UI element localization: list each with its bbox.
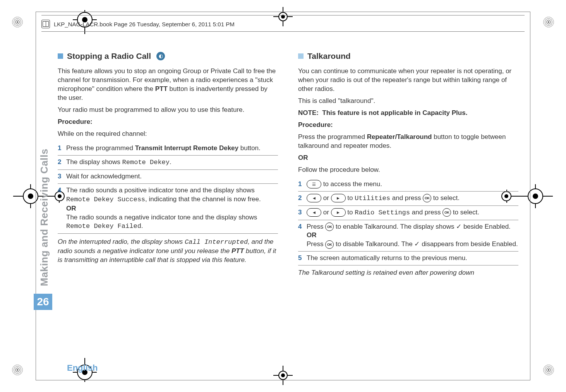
- intro-paragraph: You can continue to communicate when you…: [298, 67, 518, 94]
- crop-radial-icon: [9, 13, 26, 31]
- ok-key-icon: [325, 240, 334, 249]
- step-number: 4: [58, 186, 61, 195]
- post-note: The Talkaround setting is retained even …: [298, 269, 518, 277]
- procedure-steps: 1 to access the menu. 2 or to Utilities …: [298, 178, 518, 266]
- heading-text: Talkaround: [307, 51, 351, 62]
- right-column: Talkaround You can continue to communica…: [298, 51, 518, 358]
- feature-badge-icon: ◐: [156, 52, 165, 60]
- or-label: OR: [298, 154, 518, 163]
- ok-key-icon: [423, 194, 431, 202]
- procedure-label: Procedure:: [58, 118, 278, 127]
- menu-key-icon: [307, 180, 321, 188]
- heading-text: Stopping a Radio Call: [67, 51, 151, 62]
- step-number: 3: [298, 208, 302, 217]
- header-rule: [41, 15, 525, 15]
- right-key-icon: [331, 194, 346, 202]
- crop-radial-icon: [540, 361, 557, 379]
- step-item: 1 Press the programmed Transmit Interrup…: [58, 142, 278, 156]
- step-item: 3 Wait for acknowledgment.: [58, 170, 278, 184]
- ok-key-icon: [325, 223, 334, 231]
- intro-paragraph: This feature allows you to stop an ongoi…: [58, 67, 278, 103]
- book-icon: [41, 20, 50, 28]
- section-heading: Talkaround: [298, 51, 518, 62]
- right-key-icon: [331, 208, 346, 217]
- running-head-text: LKP_NAG-LACR.book Page 26 Tuesday, Septe…: [54, 21, 235, 27]
- spine-registration-icon: [30, 196, 31, 197]
- or-label: OR: [66, 205, 76, 212]
- ok-key-icon: [443, 208, 451, 217]
- step-item: 4 The radio sounds a positive indicator …: [58, 184, 278, 234]
- step-number: 2: [298, 194, 302, 203]
- step-item: 3 or to Radio Settings and press to sele…: [298, 206, 518, 220]
- post-note: On the interrupted radio, the display sh…: [58, 238, 278, 265]
- spine-registration-icon: [535, 196, 536, 197]
- intro-paragraph: This is called "talkaround".: [298, 97, 518, 106]
- step-item: 4 Press to enable Talkaround. The displa…: [298, 220, 518, 252]
- procedure-label: Procedure:: [298, 121, 518, 130]
- content-area: Stopping a Radio Call ◐ This feature all…: [58, 51, 518, 358]
- step-number: 4: [298, 223, 302, 231]
- crop-radial-icon: [9, 361, 26, 379]
- pre-step-text: Follow the procedure below.: [298, 166, 518, 175]
- step-number: 1: [298, 180, 302, 189]
- pre-step-text: While on the required channel:: [58, 130, 278, 139]
- left-key-icon: [307, 208, 321, 217]
- left-column: Stopping a Radio Call ◐ This feature all…: [58, 51, 278, 358]
- left-key-icon: [307, 194, 321, 202]
- intro-paragraph: Your radio must be programmed to allow y…: [58, 106, 278, 115]
- check-icon: ✓: [456, 223, 461, 230]
- note: NOTE: This feature is not applicable in …: [298, 109, 518, 118]
- step-number: 1: [58, 144, 61, 153]
- step-number: 5: [298, 254, 302, 263]
- step-item: 1 to access the menu.: [298, 178, 518, 192]
- procedure-steps: 1 Press the programmed Transmit Interrup…: [58, 142, 278, 234]
- step-number: 2: [58, 158, 61, 167]
- page-frame: LKP_NAG-LACR.book Page 26 Tuesday, Septe…: [36, 12, 530, 380]
- running-head: LKP_NAG-LACR.book Page 26 Tuesday, Septe…: [41, 17, 525, 31]
- heading-bullet-icon: [58, 53, 63, 59]
- step-number: 3: [58, 172, 61, 181]
- section-heading: Stopping a Radio Call ◐: [58, 51, 278, 62]
- heading-bullet-icon: [298, 53, 304, 59]
- step-item: 2 The display shows Remote Dekey.: [58, 156, 278, 170]
- page-number: 26: [34, 294, 52, 310]
- section-title: Making and Receiving Calls: [38, 149, 50, 286]
- header-rule: [41, 31, 525, 32]
- check-icon: ✓: [414, 240, 420, 248]
- step-item: 2 or to Utilities and press to select.: [298, 192, 518, 206]
- pre-step-text: Press the programmed Repeater/Talkaround…: [298, 133, 518, 151]
- crop-radial-icon: [540, 13, 557, 31]
- or-label: OR: [307, 231, 317, 239]
- print-sheet: LKP_NAG-LACR.book Page 26 Tuesday, Septe…: [0, 0, 566, 392]
- step-item: 5 The screen automatically returns to th…: [298, 252, 518, 265]
- footer-language: English: [67, 363, 98, 373]
- side-tab: Making and Receiving Calls 26: [36, 144, 52, 310]
